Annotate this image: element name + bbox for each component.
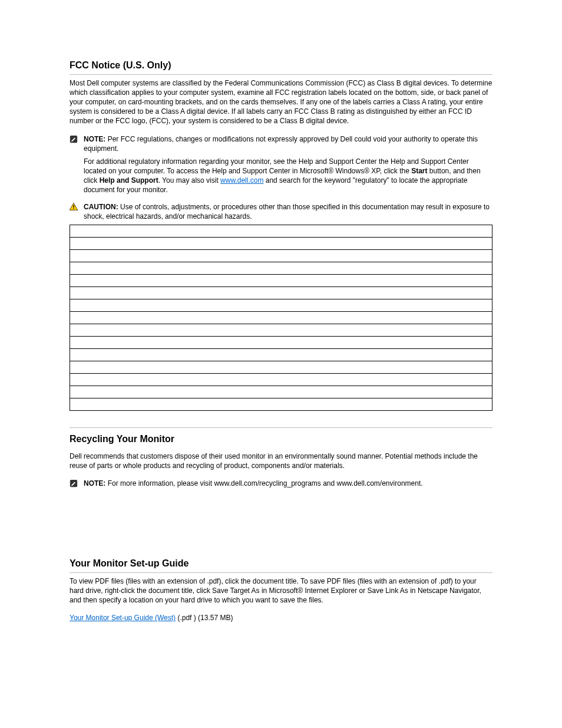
recycling-body: Dell recommends that customers dispose o… xyxy=(70,452,492,470)
setup-guide-heading: Your Monitor Set-up Guide xyxy=(70,557,492,573)
setup-guide-link[interactable]: Your Monitor Set-up Guide (West) xyxy=(70,614,176,622)
dell-link[interactable]: www.dell.com xyxy=(220,176,263,185)
note-text: NOTE: Per FCC regulations, changes or mo… xyxy=(84,134,492,153)
fcc-notice-section: FCC Notice (U.S. Only) Most Dell compute… xyxy=(70,59,492,411)
divider xyxy=(70,427,492,428)
fcc-notice-heading: FCC Notice (U.S. Only) xyxy=(70,59,492,75)
caution-icon xyxy=(70,203,80,213)
svg-rect-2 xyxy=(73,208,74,209)
table-row xyxy=(70,386,492,398)
note-row: NOTE: Per FCC regulations, changes or mo… xyxy=(70,134,492,153)
setup-guide-size: (.pdf ) (13.57 MB) xyxy=(177,614,233,622)
setup-guide-link-line: Your Monitor Set-up Guide (West) (.pdf )… xyxy=(70,613,492,622)
table-row xyxy=(70,299,492,312)
table-row xyxy=(70,398,492,411)
table-row xyxy=(70,312,492,324)
table-row xyxy=(70,324,492,337)
fcc-notice-body: Most Dell computer systems are classifie… xyxy=(70,78,492,126)
setup-guide-body: To view PDF files (files with an extensi… xyxy=(70,577,492,605)
note-icon xyxy=(70,479,80,490)
caution-row: CAUTION: Use of controls, adjustments, o… xyxy=(70,202,492,221)
empty-table xyxy=(70,225,492,411)
table-row xyxy=(70,337,492,349)
note-label: NOTE: xyxy=(84,135,105,143)
recycling-section: Recycling Your Monitor Dell recommends t… xyxy=(70,433,492,490)
table-row xyxy=(70,238,492,250)
recycling-note-row: NOTE: For more information, please visit… xyxy=(70,479,492,490)
note-content: For more information, please visit www.d… xyxy=(108,479,423,487)
setup-guide-section: Your Monitor Set-up Guide To view PDF fi… xyxy=(70,504,492,622)
table-row xyxy=(70,262,492,275)
note-content: Per FCC regulations, changes or modifica… xyxy=(84,135,478,153)
table-row xyxy=(70,287,492,299)
recycling-note-text: NOTE: For more information, please visit… xyxy=(84,479,492,488)
svg-rect-1 xyxy=(73,205,74,207)
caution-content: Use of controls, adjustments, or procedu… xyxy=(84,203,490,220)
table-row xyxy=(70,275,492,287)
table-row xyxy=(70,349,492,361)
caution-label: CAUTION: xyxy=(84,203,118,211)
table-row xyxy=(70,374,492,386)
table-row xyxy=(70,225,492,238)
caution-text: CAUTION: Use of controls, adjustments, o… xyxy=(84,202,492,221)
note-label: NOTE: xyxy=(84,479,105,487)
table-row xyxy=(70,250,492,262)
table-row xyxy=(70,361,492,374)
note-icon xyxy=(70,135,80,146)
fcc-para-2: For additional regulatory information re… xyxy=(84,157,492,195)
recycling-heading: Recycling Your Monitor xyxy=(70,433,492,448)
